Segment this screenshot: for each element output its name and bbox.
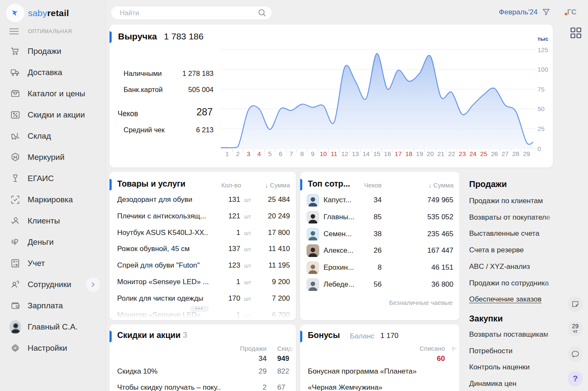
discount-row[interactable]: Чтобы скидку получать – поку...267 <box>110 383 296 391</box>
discounts-title[interactable]: Скидки и акции <box>117 330 180 340</box>
tasks-badge-button[interactable]: 29 чт <box>568 321 583 336</box>
nav-purchases-heading[interactable]: Закупки <box>469 314 503 324</box>
cashless-tips-link[interactable]: Безналичные чаевые <box>389 299 453 306</box>
nav-sales-heading[interactable]: Продажи <box>469 179 507 189</box>
svg-text:28: 28 <box>512 150 519 157</box>
employees-col-sum[interactable]: ↓ Сумма <box>408 182 453 189</box>
employee-row[interactable]: Капуст...34749 965 <box>300 194 459 209</box>
period-selector[interactable]: Февраль'24 <box>499 8 537 17</box>
sidebar-item-label: Настройки <box>28 344 67 353</box>
employees-col-checks[interactable]: Чеков <box>347 182 382 189</box>
products-card: Товары и услуги Кол-во ↓ Сумма Дезодоран… <box>110 172 296 320</box>
svg-text:25: 25 <box>537 125 545 132</box>
help-label: ? <box>573 374 578 383</box>
product-row[interactable]: Дезодорант для обуви131шт25 484 <box>110 196 296 210</box>
product-row[interactable]: Монитор «Senseye LED» ...1шт9 200 <box>110 278 296 292</box>
sidebar-item-wallet[interactable]: Зарплата <box>0 295 106 316</box>
employee-sum: 235 465 <box>408 230 453 238</box>
product-qty: 131 <box>203 196 240 204</box>
top-employees-card: Топ сотр... Чеков ↓ Сумма Капуст...34749… <box>300 172 459 320</box>
svg-text:3: 3 <box>247 150 250 157</box>
sidebar-item-staff[interactable]: Сотрудники <box>0 274 106 295</box>
employee-row[interactable]: Алексе...26167 447 <box>300 244 459 260</box>
fade-overlay <box>451 324 459 391</box>
bonuses-col-spent[interactable]: Списано <box>402 345 445 352</box>
account-badge[interactable]: ГС <box>567 8 577 16</box>
sidebar-item-money[interactable]: Деньги <box>0 232 106 253</box>
sidebar-item-label: Маркировка <box>28 195 73 204</box>
employee-row[interactable]: Лебеде...5636 800 <box>300 278 459 293</box>
bonuses-title[interactable]: Бонусы <box>308 330 340 340</box>
products-col-sum[interactable]: ↓ Сумма <box>250 182 290 189</box>
revenue-chart[interactable]: 0255075100125123456789101112131415161718… <box>221 42 553 161</box>
product-row[interactable]: Ноутбук ASUS K540LJ-XX...1шт17 800 <box>110 229 296 243</box>
revenue-title[interactable]: Выручка <box>118 31 157 42</box>
sidebar-item-avatar[interactable]: Главный С.А. <box>0 316 106 338</box>
search-icon[interactable] <box>258 8 267 19</box>
bonus-program-row[interactable]: «Черная Жемчужина» <box>308 383 383 391</box>
svg-text:4: 4 <box>257 150 261 157</box>
svg-text:20: 20 <box>427 150 434 157</box>
sidebar-item-percent[interactable]: Скидки и акции <box>0 104 106 126</box>
sales-link-3[interactable]: Выставленные счета <box>469 229 557 238</box>
employee-row[interactable]: Ерохин...846 151 <box>300 261 459 276</box>
discounts-col-sales[interactable]: Продажи <box>224 345 267 352</box>
sales-link-5[interactable]: ABC / XYZ-анализ <box>469 263 557 271</box>
product-sum: 11 195 <box>250 261 290 270</box>
truck-icon <box>9 67 21 78</box>
sales-link-1[interactable]: Продажи по клиентам <box>469 197 557 205</box>
sidebar-item-gear[interactable]: Настройки <box>0 338 106 359</box>
discount-row[interactable]: Скидка 10%29822 <box>110 367 296 381</box>
svg-text:1: 1 <box>225 150 229 157</box>
purchases-link-2[interactable]: Потребности <box>469 347 557 355</box>
sidebar-item-calc[interactable]: Учет <box>0 253 106 274</box>
product-row[interactable]: Плечики с антискользящ...121шт20 249 <box>110 212 296 226</box>
svg-text:5: 5 <box>268 150 272 157</box>
more-rows-button[interactable]: ••• <box>190 306 209 312</box>
bonuses-col-accrued[interactable]: На <box>452 345 459 352</box>
sidebar-item-marking[interactable]: Маркировка <box>0 189 106 210</box>
sidebar-item-cart[interactable]: Продажи <box>0 41 106 62</box>
bonuses-balance-label: Баланс <box>350 332 374 341</box>
purchases-link-3[interactable]: Контроль наценки <box>469 363 557 371</box>
employee-row[interactable]: Семен...38235 465 <box>300 228 459 243</box>
help-button[interactable]: ? <box>568 371 583 386</box>
svg-text:11: 11 <box>331 150 338 157</box>
product-qty: 170 <box>203 294 240 303</box>
employee-row[interactable]: Главны...85535 052 <box>300 211 459 226</box>
sidebar-item-forklift[interactable]: Склад <box>0 126 106 147</box>
bonuses-balance-value: 1 170 <box>380 332 399 340</box>
products-title[interactable]: Товары и услуги <box>117 179 186 189</box>
products-col-qty[interactable]: Кол-во <box>203 182 241 189</box>
sales-link-6[interactable]: Продажи по сотрудника <box>469 279 557 288</box>
discounts-count: 3 <box>183 331 187 340</box>
filter-funnel-icon[interactable] <box>542 8 551 17</box>
employees-title[interactable]: Топ сотр... <box>308 179 350 189</box>
accent-bar <box>300 331 302 342</box>
discounts-col-disc[interactable]: Скидки <box>277 345 296 352</box>
chevron-right-icon[interactable] <box>86 277 100 292</box>
product-row[interactable]: Спрей для обуви "Futon"123шт11 195 <box>110 261 296 276</box>
apps-grid-icon[interactable] <box>570 27 582 40</box>
bonus-program-row[interactable]: Бонусная программа «Планета» <box>308 367 416 376</box>
sales-link-2[interactable]: Возвраты от покупателе <box>469 213 557 222</box>
purchases-link-4[interactable]: Динамика цен <box>469 380 557 388</box>
purchases-link-1[interactable]: Возвраты поставщикам <box>469 330 557 339</box>
calc-icon <box>9 257 21 269</box>
sales-link-4[interactable]: Счета в резерве <box>469 246 557 254</box>
sales-link-7[interactable]: Обеспечение заказов <box>469 295 557 304</box>
app-logo[interactable]: sabyretail <box>6 3 69 23</box>
menu-burger-icon[interactable] <box>9 28 19 34</box>
products-col-sum-label: Сумма <box>270 182 290 189</box>
sidebar-item-mercury[interactable]: Меркурий <box>0 147 106 168</box>
search-input[interactable] <box>119 6 250 20</box>
sidebar-item-clients[interactable]: Клиенты <box>0 210 106 232</box>
sidebar-item-catalog[interactable]: Каталог и цены <box>0 83 106 104</box>
notes-button[interactable] <box>568 296 583 312</box>
product-row[interactable]: Рожок обувной, 45 см137шт11 410 <box>110 245 296 259</box>
svg-text:125: 125 <box>537 46 548 53</box>
sidebar-item-truck[interactable]: Доставка <box>0 62 106 83</box>
chat-button[interactable] <box>568 346 583 362</box>
sidebar-item-wineglass[interactable]: ЕГАИС <box>0 168 106 189</box>
employee-checks: 56 <box>347 280 382 289</box>
